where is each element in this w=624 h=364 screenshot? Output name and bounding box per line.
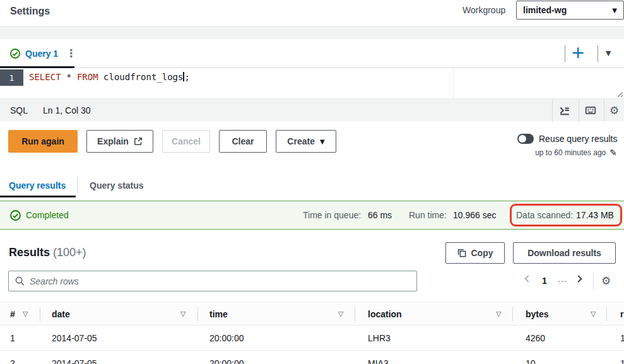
sort-icon[interactable]: ▽ <box>496 310 501 318</box>
editor-resize-handle[interactable] <box>615 89 623 98</box>
table-row: 2 2014-07-05 20:00:00 MIA3 10 1 <box>0 351 624 364</box>
tab-query-status[interactable]: Query status <box>90 180 144 191</box>
run-again-button[interactable]: Run again <box>8 130 78 153</box>
column-header-index[interactable]: # <box>10 309 15 319</box>
section-spacer <box>0 28 624 39</box>
data-scanned-label: Data scanned: <box>516 210 573 220</box>
copy-icon <box>457 249 466 257</box>
divider <box>552 99 553 122</box>
next-page-icon[interactable] <box>575 275 582 282</box>
format-query-icon[interactable] <box>559 105 570 116</box>
tab-list-dropdown-icon[interactable]: ▼ <box>606 49 611 57</box>
data-scanned-value: 17.43 MB <box>576 210 614 220</box>
column-header-bytes[interactable]: bytes <box>526 309 549 319</box>
divider <box>565 45 565 62</box>
tab-query-1[interactable]: Query 1 ⋮ <box>0 39 84 68</box>
sort-icon[interactable]: ▽ <box>23 310 28 318</box>
edit-pencil-icon[interactable]: ✎ <box>609 148 617 158</box>
divider <box>604 99 604 122</box>
download-results-button[interactable]: Download results <box>513 242 616 264</box>
column-divider[interactable] <box>606 307 607 321</box>
cell-index: 1 <box>10 333 15 343</box>
column-header-time[interactable]: time <box>209 309 228 319</box>
results-preferences-gear-icon[interactable]: ⚙ <box>601 275 611 286</box>
page-ellipsis: ... <box>558 274 567 284</box>
results-title-text: Results <box>9 246 50 259</box>
reuse-toggle-label: Reuse query results <box>539 134 618 144</box>
chevron-down-icon: ▼ <box>320 138 325 145</box>
time-in-queue-value: 66 ms <box>368 210 392 220</box>
keyboard-shortcuts-icon[interactable] <box>585 105 596 116</box>
column-header-clipped[interactable]: r <box>620 309 623 319</box>
clear-button[interactable]: Clear <box>219 130 267 153</box>
completed-check-icon <box>10 210 21 221</box>
status-text: Completed <box>26 210 69 220</box>
add-query-tab-button[interactable]: + <box>570 40 586 65</box>
search-icon <box>15 276 25 286</box>
create-button-label: Create <box>287 136 315 146</box>
sql-star: * <box>66 72 71 82</box>
tab-query-results[interactable]: Query results <box>9 180 66 191</box>
column-header-date[interactable]: date <box>52 309 70 319</box>
query-run-summary-bar: Completed Time in queue: 66 ms Run time:… <box>0 201 624 230</box>
cell-location: MIA3 <box>368 358 389 364</box>
editor-print-margin <box>453 68 454 98</box>
workgroup-label: Workgroup <box>462 5 505 15</box>
workgroup-select[interactable]: limited-wg ▼ <box>516 1 624 20</box>
reuse-duration-label: up to 60 minutes ago <box>535 148 606 157</box>
cancel-button: Cancel <box>162 130 210 153</box>
cell-bytes: 10 <box>526 358 536 364</box>
sort-icon[interactable]: ▽ <box>180 310 185 318</box>
external-link-icon <box>134 137 143 146</box>
sql-code-line[interactable]: SELECT * FROM cloudfront_logs; <box>29 72 190 82</box>
create-dropdown-button[interactable]: Create ▼ <box>276 130 336 153</box>
sql-table-name: cloudfront_logs <box>103 72 183 82</box>
reuse-query-results-toggle[interactable] <box>517 134 534 144</box>
results-title: Results (100+) <box>9 246 86 259</box>
cell-clipped: 1 <box>620 358 624 364</box>
copy-button[interactable]: Copy <box>445 242 505 264</box>
status-badge: Completed <box>10 201 69 229</box>
sort-icon[interactable]: ▽ <box>591 310 596 318</box>
run-time-label: Run time: <box>409 210 447 220</box>
editor-settings-gear-icon[interactable]: ⚙ <box>609 105 621 116</box>
cell-bytes: 4260 <box>526 333 545 343</box>
copy-button-label: Copy <box>471 248 493 258</box>
line-number: 1 <box>9 73 15 83</box>
sql-semicolon: ; <box>184 72 189 82</box>
table-row: 1 2014-07-05 20:00:00 LHR3 4260 1 <box>0 326 624 351</box>
athena-query-editor: Settings Workgroup limited-wg ▼ Query 1 … <box>0 0 624 364</box>
sql-keyword: FROM <box>77 72 98 82</box>
reuse-duration-row: up to 60 minutes ago ✎ <box>519 148 617 158</box>
explain-button-label: Explain <box>97 136 129 146</box>
column-divider[interactable] <box>512 307 513 321</box>
sql-editor[interactable]: 1 SELECT * FROM cloudfront_logs; <box>0 68 624 98</box>
tab-options-kebab-icon[interactable]: ⋮ <box>66 48 76 59</box>
search-rows-input[interactable] <box>30 276 410 286</box>
cell-time: 20:00:00 <box>209 333 244 343</box>
column-divider[interactable] <box>40 307 40 321</box>
divider <box>579 99 579 122</box>
cursor-position-label: Ln 1, Col 30 <box>43 105 91 115</box>
previous-page-icon <box>524 275 531 282</box>
results-count: (100+) <box>53 246 86 259</box>
column-header-location[interactable]: location <box>368 309 402 319</box>
cell-location: LHR3 <box>368 333 391 343</box>
cell-date: 2014-07-05 <box>52 333 97 343</box>
cell-time: 20:00:00 <box>209 358 244 364</box>
editor-line-gutter: 1 <box>0 69 23 86</box>
query-success-check-icon <box>10 49 20 59</box>
column-divider[interactable] <box>355 307 355 321</box>
chevron-down-icon: ▼ <box>612 7 617 14</box>
column-divider[interactable] <box>197 307 198 321</box>
sort-icon[interactable]: ▽ <box>338 310 343 318</box>
divider <box>77 177 78 193</box>
explain-button[interactable]: Explain <box>86 130 153 153</box>
run-time-value: 10.966 sec <box>453 210 497 220</box>
editor-status-bar: SQL Ln 1, Col 30 ⚙ <box>0 98 624 121</box>
query-tab-label: Query 1 <box>25 49 58 59</box>
results-table-header: # ▽ date ▽ time ▽ location ▽ bytes ▽ r <box>0 302 624 326</box>
top-header: Settings Workgroup limited-wg ▼ <box>0 0 624 27</box>
page-number[interactable]: 1 <box>542 276 547 286</box>
editor-language-label: SQL <box>10 105 28 115</box>
